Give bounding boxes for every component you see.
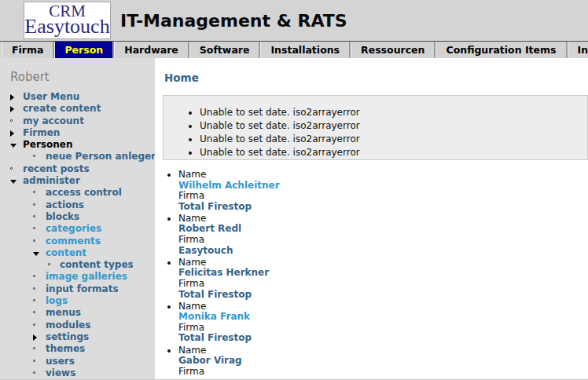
sidebar-item-label[interactable]: content types [60, 259, 134, 270]
tab-configuration-items[interactable]: Configuration Items [435, 42, 567, 58]
sidebar-item-themes[interactable]: themes [0, 343, 155, 355]
triangle-right-icon[interactable] [33, 334, 37, 341]
tab-hardware[interactable]: Hardware [114, 42, 189, 58]
sidebar-item-label[interactable]: access control [46, 187, 122, 198]
circle-bullet-icon [33, 191, 35, 193]
sidebar-item-label[interactable]: my account [23, 115, 84, 126]
name-field-label: Name [178, 170, 588, 181]
sidebar-item-label[interactable]: logs [46, 295, 68, 306]
sidebar-item-label[interactable]: Firmen [23, 127, 60, 138]
sidebar-item-label[interactable]: User Menu [23, 91, 79, 102]
person-entry: NameRobert RedlFirmaEasytouch [178, 214, 588, 256]
name-field-label: Name [178, 214, 588, 225]
circle-bullet-icon [10, 167, 13, 170]
sidebar-item-user-menu[interactable]: User Menu [0, 91, 155, 103]
sidebar-item-recent-posts[interactable]: recent posts [0, 163, 155, 175]
sidebar-item-actions[interactable]: actions [0, 199, 155, 211]
sidebar-item-users[interactable]: users [0, 356, 155, 367]
sidebar-item-label[interactable]: modules [46, 320, 90, 331]
sidebar-item-label[interactable]: create content [23, 103, 101, 114]
circle-bullet-icon [33, 215, 35, 217]
circle-bullet-icon [33, 203, 35, 206]
sidebar-item-label[interactable]: users [46, 356, 75, 367]
company-link[interactable]: Total Firestop [178, 290, 588, 301]
home-link[interactable]: Home [164, 71, 199, 84]
sidebar-item-label[interactable]: recent posts [23, 163, 90, 174]
sidebar-item-comments[interactable]: comments [0, 236, 155, 247]
sidebar-item-label[interactable]: image galleries [46, 271, 127, 282]
sidebar-item-content[interactable]: content [0, 247, 155, 259]
person-entry: NameGabor ViragFirma [178, 345, 588, 378]
tab-ressourcen[interactable]: Ressourcen [351, 42, 435, 58]
sidebar-item-label[interactable]: neue Person anlegen [46, 151, 155, 162]
sidebar-item-label[interactable]: administer [23, 175, 80, 186]
person-list: NameWilhelm AchleitnerFirmaTotal Firesto… [164, 170, 588, 377]
tab-firma[interactable]: Firma [2, 42, 54, 58]
triangle-right-icon[interactable] [10, 130, 14, 137]
sidebar-item-firmen[interactable]: Firmen [0, 127, 155, 139]
sidebar-item-access-control[interactable]: access control [0, 187, 155, 199]
tab-bar: FirmaPersonHardwareSoftwareInstallations… [0, 41, 588, 58]
sidebar-item-label[interactable]: settings [46, 331, 89, 342]
crm-easytouch-logo[interactable]: CRM Easytouch [24, 2, 111, 39]
sidebar-item-label[interactable]: input formats [46, 283, 119, 294]
sidebar-item-label[interactable]: views [46, 367, 75, 378]
triangle-right-icon[interactable] [10, 106, 14, 112]
person-link[interactable]: Gabor Virag [178, 356, 588, 367]
logo-text-easytouch: Easytouch [24, 17, 110, 36]
triangle-down-icon[interactable] [33, 252, 39, 256]
sidebar-item-label[interactable]: categories [46, 223, 101, 234]
sidebar-item-input-formats[interactable]: input formats [0, 283, 155, 295]
person-link[interactable]: Robert Redl [178, 224, 588, 235]
sidebar-item-label[interactable]: Personen [23, 139, 72, 150]
person-link[interactable]: Wilhelm Achleitner [178, 181, 588, 192]
circle-bullet-icon [48, 263, 50, 265]
circle-bullet-icon [33, 323, 35, 326]
company-link[interactable]: Total Firestop [178, 202, 588, 213]
circle-bullet-icon [33, 227, 35, 229]
person-entry: NameFelicitas HerknerFirmaTotal Firestop [178, 258, 588, 300]
tab-incidents[interactable]: Incidents [568, 42, 588, 58]
tab-person[interactable]: Person [54, 42, 114, 58]
sidebar-item-image-galleries[interactable]: image galleries [0, 271, 155, 283]
sidebar-item-content-types[interactable]: content types [0, 259, 155, 271]
sidebar-item-create-content[interactable]: create content [0, 103, 155, 115]
sidebar-item-blocks[interactable]: blocks [0, 211, 155, 223]
person-link[interactable]: Felicitas Herkner [178, 268, 588, 279]
triangle-right-icon[interactable] [10, 94, 14, 100]
sidebar-item-menus[interactable]: menus [0, 307, 155, 319]
sidebar-item-administer[interactable]: administer [0, 175, 155, 187]
sidebar-item-label[interactable]: content [46, 247, 86, 258]
sidebar-item-categories[interactable]: categories [0, 223, 155, 235]
circle-bullet-icon [33, 155, 35, 157]
tab-installations[interactable]: Installations [260, 42, 351, 58]
sidebar-item-modules[interactable]: modules [0, 320, 155, 331]
error-message-item: Unable to set date. iso2arrayerror [200, 119, 587, 133]
app-header: CRM Easytouch IT-Management & RATS [0, 0, 588, 41]
circle-bullet-icon [33, 287, 35, 290]
sidebar-item-label[interactable]: themes [46, 343, 85, 354]
sidebar-item-label[interactable]: comments [46, 236, 101, 247]
triangle-down-icon[interactable] [10, 180, 17, 184]
circle-bullet-icon [33, 239, 35, 242]
triangle-down-icon[interactable] [10, 144, 17, 148]
sidebar-item-label[interactable]: actions [46, 199, 84, 210]
sidebar-item-personen[interactable]: Personen [0, 139, 155, 151]
tab-software[interactable]: Software [189, 42, 261, 58]
page-title: IT-Management & RATS [120, 11, 347, 31]
circle-bullet-icon [10, 119, 13, 122]
company-link[interactable]: Easytouch [178, 246, 588, 257]
sidebar-item-neue-person-anlegen[interactable]: neue Person anlegen [0, 151, 155, 163]
sidebar-item-label[interactable]: menus [46, 307, 81, 318]
person-link[interactable]: Monika Frank [178, 312, 588, 323]
company-link[interactable]: Total Firestop [178, 333, 588, 344]
name-field-label: Name [178, 301, 588, 312]
circle-bullet-icon [33, 311, 35, 313]
error-message-item: Unable to set date. iso2arrayerror [200, 146, 587, 159]
name-field-label: Name [178, 258, 588, 269]
sidebar-item-label[interactable]: blocks [46, 211, 79, 222]
sidebar-item-logs[interactable]: logs [0, 295, 155, 307]
sidebar-item-views[interactable]: views [0, 367, 155, 379]
sidebar-item-my-account[interactable]: my account [0, 115, 155, 127]
sidebar-item-settings[interactable]: settings [0, 331, 155, 343]
